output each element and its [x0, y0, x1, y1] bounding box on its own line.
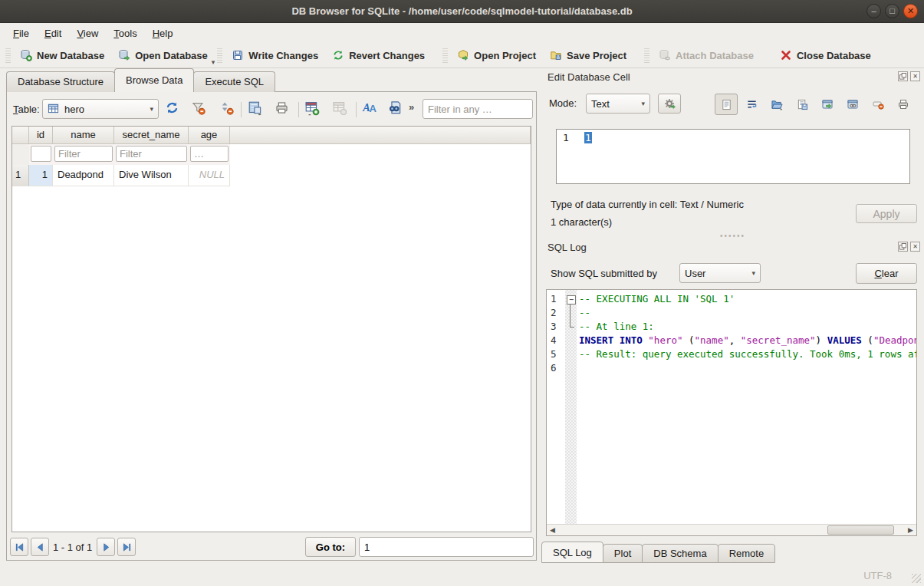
open-project-button[interactable]: Open Project	[450, 46, 543, 64]
attach-database-icon	[659, 49, 671, 61]
close-icon[interactable]: ✕	[903, 4, 918, 18]
filter-input-id[interactable]	[31, 146, 51, 162]
row-header[interactable]: 1	[12, 165, 29, 186]
splitter-handle[interactable]: ••••••	[541, 233, 924, 239]
tab-database-structure[interactable]: Database Structure	[6, 71, 115, 92]
clear-filters-icon[interactable]	[191, 100, 208, 117]
dock-tab-bar: SQL Log Plot DB Schema Remote	[541, 542, 774, 563]
cell-editor-line-number: 1	[557, 130, 580, 183]
tab-execute-sql[interactable]: Execute SQL	[193, 71, 275, 92]
last-page-button[interactable]	[117, 538, 136, 556]
scroll-left-icon[interactable]: ◀	[547, 525, 558, 536]
maximize-icon[interactable]: □	[885, 4, 899, 18]
menu-help[interactable]: Help	[146, 25, 180, 41]
horizontal-scrollbar[interactable]: ◀ ▶	[547, 524, 916, 535]
tab-db-schema[interactable]: DB Schema	[642, 544, 718, 563]
tab-plot[interactable]: Plot	[603, 544, 643, 563]
cell-secret-name[interactable]: Dive Wilson	[114, 165, 189, 186]
save-project-icon	[550, 49, 562, 61]
column-header-id[interactable]: id	[29, 127, 53, 144]
refresh-icon[interactable]	[165, 100, 182, 117]
auto-mode-button[interactable]	[658, 94, 681, 114]
edit-cell-dock-controls: ✕	[898, 71, 920, 81]
insert-record-icon[interactable]	[304, 100, 321, 117]
data-grid: id name secret_name age 1 1 Deadpond Div…	[12, 126, 531, 532]
delete-record-icon[interactable]	[332, 100, 349, 117]
separator	[241, 102, 242, 117]
next-page-button[interactable]	[97, 538, 115, 556]
resize-grip[interactable]	[912, 574, 921, 583]
float-panel-icon[interactable]	[898, 242, 908, 252]
export-text-icon[interactable]	[791, 94, 814, 115]
menu-view[interactable]: View	[70, 25, 105, 41]
save-project-button[interactable]: Save Project	[543, 46, 633, 64]
cell-id[interactable]: 1	[29, 165, 53, 186]
previous-page-button[interactable]	[31, 538, 49, 556]
scrollbar-thumb[interactable]	[827, 525, 894, 535]
filter-input-secret-name[interactable]	[116, 146, 187, 162]
chevron-down-icon: ▾	[641, 100, 645, 107]
toolbar-overflow-icon[interactable]: »	[409, 101, 414, 113]
print-cell-icon[interactable]	[892, 94, 915, 115]
first-page-button[interactable]	[10, 538, 28, 556]
column-header-secret-name[interactable]: secret_name	[114, 127, 189, 144]
open-database-dropdown-icon[interactable]: ▾	[212, 58, 215, 67]
titlebar: DB Browser for SQLite - /home/user/code/…	[0, 0, 924, 23]
find-icon[interactable]	[387, 100, 404, 117]
open-database-button[interactable]: Open Database	[111, 46, 215, 64]
close-database-button[interactable]: Close Database	[773, 46, 878, 64]
sql-log-line: 5-- Result: query executed successfully.…	[547, 347, 916, 361]
menu-edit[interactable]: Edit	[38, 25, 68, 41]
scroll-right-icon[interactable]: ▶	[905, 525, 916, 536]
encoding-label: UTF-8	[863, 570, 892, 581]
filter-input-name[interactable]	[54, 146, 113, 162]
apply-button[interactable]: Apply	[856, 204, 917, 223]
menubar: File Edit View Tools Help	[0, 23, 924, 43]
toolbar-handle	[644, 48, 649, 63]
link-file-icon[interactable]	[841, 94, 864, 115]
close-database-icon	[780, 49, 792, 61]
cell-editor-toolbar	[715, 94, 915, 115]
set-null-icon[interactable]	[866, 94, 889, 115]
filter-any-input[interactable]	[423, 99, 533, 119]
tab-browse-data[interactable]: Browse Data	[114, 68, 194, 92]
float-panel-icon[interactable]	[898, 71, 908, 81]
column-header-age[interactable]: age	[189, 127, 230, 144]
save-results-icon[interactable]	[248, 100, 265, 117]
svg-text:A: A	[370, 103, 377, 114]
minimize-icon[interactable]: –	[866, 4, 881, 18]
attach-database-button[interactable]: Attach Database	[652, 46, 761, 64]
cell-name[interactable]: Deadpond	[53, 165, 114, 186]
write-changes-button[interactable]: Write Changes	[225, 46, 325, 64]
mode-combo[interactable]: Text ▾	[586, 94, 650, 114]
close-panel-icon[interactable]: ✕	[910, 242, 920, 252]
sql-log-line: 3-- At line 1:	[547, 320, 916, 334]
print-table-icon[interactable]	[275, 100, 291, 117]
clear-sort-icon[interactable]	[219, 100, 236, 117]
tab-sql-log[interactable]: SQL Log	[541, 542, 603, 563]
filter-input-age[interactable]	[190, 146, 229, 162]
sql-log-dock-controls: ✕	[898, 242, 920, 252]
sql-log-view[interactable]: 1-- EXECUTING ALL IN 'SQL 1'2--3-- At li…	[546, 289, 917, 536]
new-database-button[interactable]: New Database	[13, 46, 111, 64]
cell-editor[interactable]: 1 1	[556, 129, 910, 184]
word-wrap-icon[interactable]	[740, 94, 763, 115]
open-in-app-icon[interactable]	[816, 94, 839, 115]
text-mode-button[interactable]	[715, 94, 738, 115]
font-icon[interactable]: AA	[362, 100, 379, 117]
column-header-name[interactable]: name	[53, 127, 114, 144]
goto-input[interactable]	[359, 537, 534, 557]
clear-log-button[interactable]: Clear	[856, 263, 917, 284]
tab-remote[interactable]: Remote	[718, 544, 776, 563]
sql-submitter-combo[interactable]: User ▾	[679, 263, 761, 283]
close-panel-icon[interactable]: ✕	[910, 71, 920, 81]
import-text-icon[interactable]	[765, 94, 788, 115]
menu-file[interactable]: File	[6, 25, 36, 41]
revert-changes-button[interactable]: Revert Changes	[325, 46, 432, 64]
table-combo[interactable]: hero ▾	[42, 99, 159, 119]
menu-tools[interactable]: Tools	[107, 25, 143, 41]
goto-button[interactable]: Go to:	[305, 537, 356, 557]
cell-age[interactable]: NULL	[189, 165, 230, 186]
column-header-filler	[230, 127, 531, 144]
right-dock: Edit Database Cell ✕ Mode: Text ▾	[541, 67, 924, 565]
